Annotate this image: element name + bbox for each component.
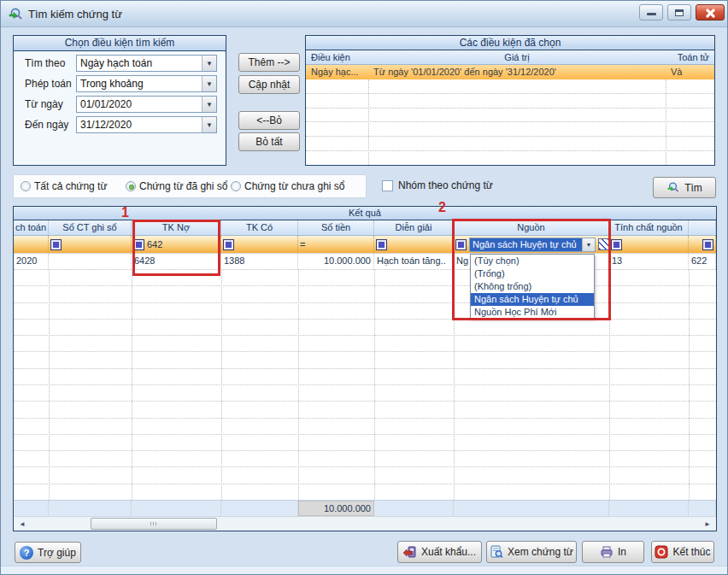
radio-unposted-documents[interactable]: Chứng từ chưa ghi sổ bbox=[231, 180, 345, 192]
dropdown-item[interactable]: (Tùy chọn) bbox=[471, 255, 594, 267]
remove-all-button[interactable]: Bỏ tất bbox=[238, 132, 300, 151]
maximize-icon bbox=[675, 9, 684, 16]
filter-cell bbox=[689, 236, 716, 253]
result-row[interactable]: 2020 6428 1388 10.000.000 Hạch toán tăng… bbox=[14, 254, 716, 270]
col-dieu-kien: Điều kiện bbox=[306, 50, 368, 64]
filter-button-icon[interactable] bbox=[376, 239, 387, 250]
filter-button-icon[interactable] bbox=[50, 239, 62, 250]
phep-toan-combo[interactable]: Trong khoảng ▼ bbox=[76, 75, 217, 92]
annotation-label-2: 2 bbox=[438, 200, 446, 215]
filter-button-icon[interactable] bbox=[611, 239, 622, 250]
chevron-down-icon[interactable]: ▼ bbox=[202, 56, 216, 71]
chevron-down-icon[interactable]: ▼ bbox=[202, 76, 216, 91]
radio-selected-icon bbox=[126, 181, 136, 191]
chevron-down-icon[interactable]: ▼ bbox=[202, 117, 216, 132]
col-hach-toan[interactable]: ch toán bbox=[14, 220, 49, 235]
export-icon bbox=[403, 545, 417, 559]
annotation-label-1: 1 bbox=[121, 205, 129, 220]
printer-icon bbox=[600, 545, 614, 559]
field-label-phep-toan: Phép toán bbox=[25, 75, 72, 92]
radio-posted-documents[interactable]: Chứng từ đã ghi sổ bbox=[126, 180, 227, 192]
filter-cell-nguon[interactable]: Ngân sách Huyện tự chủ ▼ bbox=[454, 236, 609, 253]
filter-button-icon[interactable] bbox=[133, 239, 144, 250]
results-header-row: ch toán Số CT ghi sổ TK Nợ TK Có Số tiền… bbox=[14, 220, 716, 236]
close-button[interactable] bbox=[696, 4, 725, 21]
maximize-button[interactable] bbox=[667, 4, 691, 21]
col-so-ct-ghi-so[interactable]: Số CT ghi sổ bbox=[49, 220, 132, 235]
print-button[interactable]: In bbox=[582, 541, 644, 563]
add-condition-button[interactable]: Thêm --> bbox=[238, 53, 300, 72]
condition-row-selected[interactable]: Ngày hạc... Từ ngày '01/01/2020' đến ngà… bbox=[306, 65, 714, 79]
group-by-document-checkbox[interactable]: Nhóm theo chứng từ bbox=[382, 179, 493, 191]
results-filter-row: 642 = Ngân sách Huyện tự chủ ▼ bbox=[14, 236, 716, 254]
search-criteria-panel: Chọn điều kiện tìm kiếm Tìm theo Ngày hạ… bbox=[13, 35, 226, 166]
chevron-down-icon[interactable]: ▼ bbox=[202, 97, 216, 112]
filter-cell bbox=[609, 236, 689, 253]
nguon-filter-combo[interactable]: Ngân sách Huyện tự chủ ▼ bbox=[469, 238, 596, 252]
filter-button-icon[interactable] bbox=[455, 239, 467, 250]
radio-all-documents[interactable]: Tất cả chứng từ bbox=[21, 180, 107, 192]
minimize-button[interactable] bbox=[639, 4, 663, 21]
col-gia-tri: Giá trị bbox=[368, 50, 666, 64]
radio-icon bbox=[231, 181, 241, 191]
filter-cell-tk-no[interactable]: 642 bbox=[132, 236, 221, 253]
checkbox-icon bbox=[382, 180, 393, 191]
col-dien-giai[interactable]: Diễn giải bbox=[374, 220, 454, 235]
edit-filter-icon[interactable] bbox=[598, 238, 610, 250]
window-bottom-border bbox=[1, 566, 727, 574]
tim-theo-combo[interactable]: Ngày hạch toán ▼ bbox=[76, 55, 217, 72]
condition-name: Ngày hạc... bbox=[306, 65, 368, 79]
condition-value: Từ ngày '01/01/2020' đến ngày '31/12/202… bbox=[368, 65, 666, 79]
nguon-selected-value: Ngân sách Huyện tự chủ bbox=[470, 238, 582, 251]
field-label-tu-ngay: Từ ngày bbox=[25, 96, 63, 113]
title-bar[interactable]: Tìm kiếm chứng từ bbox=[1, 1, 727, 27]
remove-condition-button[interactable]: <--Bỏ bbox=[238, 111, 300, 130]
dropdown-item[interactable]: (Trống) bbox=[471, 267, 594, 280]
selected-conditions-panel: Các điều kiện đã chọn Điều kiện Giá trị … bbox=[305, 35, 715, 166]
view-document-icon bbox=[490, 545, 503, 559]
summary-row: 10.000.000 bbox=[14, 500, 716, 516]
window-title: Tìm kiếm chứng từ bbox=[28, 8, 122, 21]
help-button[interactable]: ? Trợ giúp bbox=[15, 542, 81, 563]
sum-so-tien: 10.000.000 bbox=[298, 501, 374, 516]
chevron-down-icon[interactable]: ▼ bbox=[582, 238, 595, 251]
col-so-tien[interactable]: Số tiền bbox=[298, 220, 374, 235]
conditions-header-row: Điều kiện Giá trị Toán tử bbox=[306, 50, 714, 65]
col-extra[interactable] bbox=[689, 220, 716, 235]
field-label-den-ngay: Đến ngày bbox=[25, 116, 68, 133]
conditions-empty-area bbox=[306, 79, 714, 165]
col-tk-no[interactable]: TK Nợ bbox=[132, 220, 221, 235]
export-button[interactable]: Xuất khẩu... bbox=[397, 541, 482, 563]
filter-button-icon[interactable] bbox=[702, 239, 713, 250]
view-document-button[interactable]: Xem chứng từ bbox=[486, 541, 577, 563]
filter-cell bbox=[221, 236, 298, 253]
scroll-left-icon[interactable]: ◄ bbox=[16, 520, 28, 528]
results-empty-area bbox=[14, 270, 716, 500]
dropdown-item[interactable]: Nguồn Học Phí Mới bbox=[471, 306, 594, 319]
col-nguon[interactable]: Nguồn bbox=[454, 220, 609, 235]
scrollbar-thumb[interactable] bbox=[91, 518, 217, 530]
nguon-dropdown-list: (Tùy chọn) (Trống) (Không trống) Ngân sá… bbox=[470, 254, 595, 319]
filter-button-icon[interactable] bbox=[223, 239, 234, 250]
filter-cell bbox=[49, 236, 132, 253]
filter-cell-so-tien[interactable]: = bbox=[298, 236, 374, 253]
results-caption: Kết quả bbox=[14, 207, 716, 220]
horizontal-scrollbar[interactable]: ◄ ► bbox=[14, 516, 716, 531]
radio-icon bbox=[21, 181, 31, 191]
scroll-right-icon[interactable]: ► bbox=[702, 520, 713, 528]
conditions-panel-title: Các điều kiện đã chọn bbox=[306, 36, 714, 50]
update-condition-button[interactable]: Cập nhật bbox=[238, 75, 300, 94]
den-ngay-date-picker[interactable]: 31/12/2020 ▼ bbox=[76, 116, 217, 133]
col-tinh-chat-nguon[interactable]: Tính chất nguồn bbox=[609, 220, 689, 235]
search-button[interactable]: Tìm bbox=[653, 177, 716, 198]
dropdown-item-selected[interactable]: Ngân sách Huyện tự chủ bbox=[471, 293, 594, 306]
minimize-icon bbox=[647, 13, 656, 15]
tu-ngay-date-picker[interactable]: 01/01/2020 ▼ bbox=[76, 96, 217, 113]
finish-icon bbox=[655, 545, 668, 559]
filter-cell bbox=[374, 236, 454, 253]
col-toan-tu: Toán tử bbox=[666, 50, 714, 64]
condition-operator: Và bbox=[666, 65, 714, 79]
finish-button[interactable]: Kết thúc bbox=[651, 541, 714, 563]
dropdown-item[interactable]: (Không trống) bbox=[471, 280, 594, 293]
col-tk-co[interactable]: TK Có bbox=[221, 220, 298, 235]
